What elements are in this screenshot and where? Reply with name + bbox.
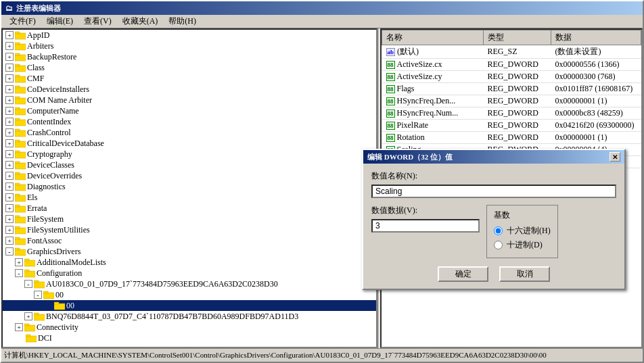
tree-node-els[interactable]: + Els: [3, 192, 376, 203]
tree-node-contentindex[interactable]: + ContentIndex: [3, 116, 376, 127]
tree-expand-icon[interactable]: -: [15, 269, 23, 277]
registry-row[interactable]: 88ActiveSize.cy REG_DWORD 0x00000300 (76…: [382, 71, 641, 83]
tree-node-diagnostics[interactable]: + Diagnostics: [3, 181, 376, 192]
tree-expand-icon[interactable]: +: [5, 96, 14, 104]
menu-file[interactable]: 文件(F): [4, 14, 41, 28]
tree-node-additionalmodelists[interactable]: + AdditionalModeLists: [3, 257, 376, 268]
tree-node-fontassoc[interactable]: + FontAssoc: [3, 235, 376, 246]
registry-row[interactable]: 88PixelRate REG_DWORD 0x04216f20 (693000…: [382, 120, 641, 132]
hex-radio[interactable]: [494, 226, 503, 235]
base-label: 基数: [494, 210, 551, 221]
tree-node-filesystemutilities[interactable]: + FileSystemUtilities: [3, 224, 376, 235]
tree-expand-icon[interactable]: +: [5, 183, 14, 191]
value-name-label: 数值名称(N):: [371, 170, 616, 182]
tree-node-bnq76d8844t[interactable]: + BNQ76D8844T_03_07D7_C4`110787DB47B7BD6…: [3, 311, 376, 322]
ok-button[interactable]: 确定: [438, 266, 488, 282]
reg-type: REG_DWORD: [484, 83, 551, 95]
hex-radio-item[interactable]: 十六进制(H): [494, 225, 551, 237]
registry-row[interactable]: 88Rotation REG_DWORD 0x00000001 (1): [382, 132, 641, 144]
folder-icon: [15, 225, 26, 235]
tree-node-filesystem[interactable]: + FileSystem: [3, 214, 376, 224]
registry-row[interactable]: 88ActiveSize.cx REG_DWORD 0x00000556 (13…: [382, 59, 641, 71]
tree-expand-icon[interactable]: +: [5, 215, 14, 223]
cancel-button[interactable]: 取消: [499, 266, 550, 282]
tree-node-cryptography[interactable]: + Cryptography: [3, 149, 376, 160]
tree-expand-icon[interactable]: +: [5, 150, 14, 158]
tree-node-appid[interactable]: + AppID: [3, 30, 376, 41]
tree-node-configuration[interactable]: - Configuration: [3, 268, 376, 279]
menu-view[interactable]: 查看(V): [78, 14, 117, 28]
registry-row[interactable]: 88HSyncFreq.Den... REG_DWORD 0x00000001 …: [382, 95, 641, 107]
tree-node-cmf[interactable]: + CMF: [3, 73, 376, 84]
tree-expand-icon[interactable]: +: [5, 226, 14, 234]
reg-type: REG_DWORD: [484, 107, 551, 120]
tree-expand-icon[interactable]: +: [5, 53, 14, 61]
tree-expand-icon[interactable]: +: [5, 204, 14, 212]
folder-icon: [24, 268, 35, 278]
tree-node-codeviceinstallers[interactable]: + CoDeviceInstallers: [3, 84, 376, 95]
registry-row[interactable]: 88Flags REG_DWORD 0x0101ff87 (16908167): [382, 83, 641, 95]
svg-rect-22: [15, 152, 26, 158]
tree-expand-icon[interactable]: -: [24, 280, 32, 288]
tree-expand-icon[interactable]: -: [34, 291, 42, 299]
tree-node-graphicsdrivers[interactable]: - GraphicsDrivers: [3, 246, 376, 257]
app-icon: 🗂: [4, 3, 14, 13]
tree-node-connectivity[interactable]: + Connectivity: [3, 322, 376, 333]
tree-expand-icon[interactable]: +: [5, 172, 14, 180]
tree-node-criticaldevicedatabase[interactable]: + CriticalDeviceDatabase: [3, 138, 376, 149]
registry-row[interactable]: ab(默认) REG_SZ (数值未设置): [382, 45, 641, 59]
tree-expand-icon[interactable]: +: [5, 161, 14, 169]
menu-favorites[interactable]: 收藏夹(A): [117, 14, 164, 28]
tree-node-au0183c0[interactable]: - AU0183C0_01_07D9_17`773484D75963EED9CA…: [3, 279, 376, 289]
tree-expand-icon[interactable]: +: [5, 128, 14, 137]
tree-node-00_2[interactable]: 00: [3, 300, 376, 311]
menu-help[interactable]: 帮助(H): [163, 14, 202, 28]
tree-node-dci[interactable]: DCI: [3, 333, 376, 343]
tree-expand-icon[interactable]: +: [5, 193, 14, 201]
tree-node-deviceclasses[interactable]: + DeviceClasses: [3, 160, 376, 170]
tree-node-00[interactable]: - 00: [3, 289, 376, 300]
value-name-input[interactable]: [371, 185, 616, 198]
folder-icon: [15, 84, 26, 94]
value-data-input[interactable]: [371, 219, 480, 233]
reg-name: 88Flags: [382, 83, 484, 95]
tree-node-deviceoverrides[interactable]: + DeviceOverrides: [3, 170, 376, 181]
tree-expand-icon[interactable]: +: [5, 74, 14, 82]
menu-edit[interactable]: 编辑(E): [41, 14, 78, 28]
tree-expand-icon[interactable]: +: [5, 107, 14, 115]
reg-data: (数值未设置): [551, 45, 641, 59]
base-radio-group: 基数 十六进制(H) 十进制(D): [486, 205, 558, 258]
tree-expand-icon[interactable]: +: [15, 323, 23, 331]
reg-dword-icon: 88: [386, 122, 395, 130]
svg-rect-6: [15, 66, 26, 72]
registry-row[interactable]: 88HSyncFreq.Num... REG_DWORD 0x0000bc83 …: [382, 107, 641, 120]
tree-expand-icon[interactable]: +: [15, 258, 23, 266]
tree-node-backuprestore[interactable]: + BackupRestore: [3, 51, 376, 62]
tree-expand-icon[interactable]: +: [5, 31, 14, 39]
tree-expand-icon[interactable]: +: [5, 64, 14, 72]
dec-radio[interactable]: [494, 241, 503, 249]
tree-node-arbiters[interactable]: + Arbiters: [3, 41, 376, 51]
dec-radio-item[interactable]: 十进制(D): [494, 239, 551, 251]
folder-icon: [15, 149, 26, 159]
tree-node-label: CMF: [27, 74, 44, 84]
dec-radio-label: 十进制(D): [507, 239, 543, 251]
tree-expand-icon[interactable]: +: [5, 139, 14, 147]
tree-expand-icon[interactable]: +: [24, 312, 32, 320]
tree-node-crashcontrol[interactable]: + CrashControl: [3, 127, 376, 138]
tree-node-comnamearbiter[interactable]: + COM Name Arbiter: [3, 95, 376, 105]
tree-node-class[interactable]: + Class: [3, 62, 376, 73]
dialog-buttons: 确定 取消: [371, 266, 616, 282]
svg-rect-50: [54, 304, 65, 310]
tree-node-computername[interactable]: + ComputerName: [3, 105, 376, 116]
tree-expand-icon[interactable]: +: [5, 85, 14, 93]
menu-bar: 文件(F) 编辑(E) 查看(V) 收藏夹(A) 帮助(H): [1, 15, 643, 28]
svg-rect-31: [15, 194, 20, 196]
tree-expand-icon[interactable]: -: [5, 247, 14, 256]
tree-expand-icon[interactable]: +: [5, 237, 14, 245]
tree-panel[interactable]: + AppID+ Arbiters+ BackupRestore+ Class+…: [1, 28, 377, 348]
tree-expand-icon[interactable]: +: [5, 42, 14, 50]
tree-expand-icon[interactable]: +: [5, 118, 14, 126]
dialog-close-button[interactable]: ✕: [610, 152, 620, 162]
tree-node-errata[interactable]: + Errata: [3, 203, 376, 214]
